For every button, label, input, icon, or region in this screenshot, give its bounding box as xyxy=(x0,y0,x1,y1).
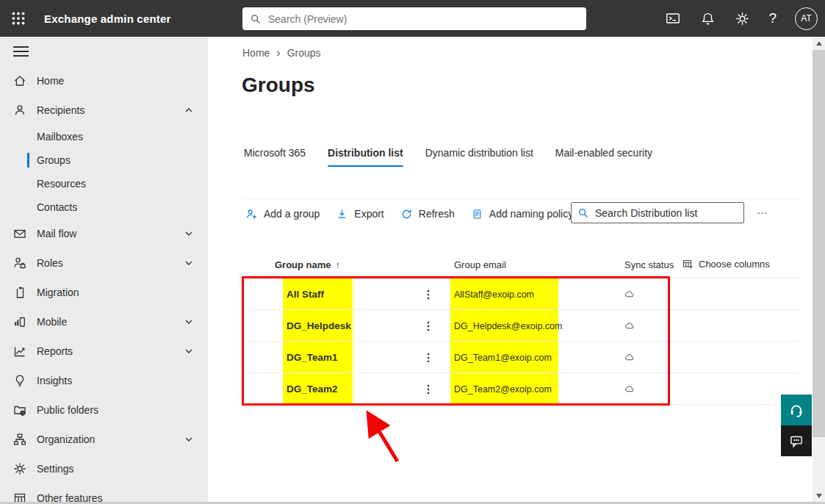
search-icon xyxy=(250,13,262,25)
add-person-icon xyxy=(245,208,258,220)
tab-dynamic-distribution-list[interactable]: Dynamic distribution list xyxy=(425,147,533,167)
sidebar-item-mail-flow[interactable]: Mail flow xyxy=(0,219,208,248)
group-name-cell: All Staff xyxy=(283,278,353,310)
nav-collapse-hamburger-icon[interactable] xyxy=(0,37,208,66)
table-row[interactable]: DG_Team2 DG_Team2@exoip.com xyxy=(208,373,813,405)
tab-distribution-list[interactable]: Distribution list xyxy=(328,147,403,167)
sidebar-item-label: Reports xyxy=(37,345,73,357)
choose-columns-icon xyxy=(682,258,693,270)
choose-columns-button[interactable]: Choose columns xyxy=(682,258,770,270)
app-launcher-waffle-icon[interactable] xyxy=(0,0,37,37)
add-group-button[interactable]: Add a group xyxy=(237,204,328,225)
row-actions-button[interactable] xyxy=(421,342,436,373)
sidebar-item-recipients[interactable]: Recipients xyxy=(0,96,208,125)
row-actions-button[interactable] xyxy=(421,373,436,405)
global-search-box[interactable] xyxy=(242,7,586,30)
add-naming-policy-label: Add naming policy xyxy=(489,208,573,220)
breadcrumb-home-link[interactable]: Home xyxy=(242,47,270,59)
cloud-sync-icon xyxy=(623,320,635,332)
sidebar-item-label: Migration xyxy=(37,287,79,298)
folder-globe-icon xyxy=(12,403,27,417)
sidebar-item-settings[interactable]: Settings xyxy=(0,454,208,483)
search-icon xyxy=(577,207,589,219)
vertical-scrollbar[interactable] xyxy=(813,37,825,502)
sidebar-item-reports[interactable]: Reports xyxy=(0,336,208,366)
export-button[interactable]: Export xyxy=(328,204,392,225)
distribution-list-search-input[interactable] xyxy=(595,207,738,219)
sidebar-item-roles[interactable]: Roles xyxy=(0,248,208,278)
refresh-button[interactable]: Refresh xyxy=(392,204,463,225)
sidebar-item-mobile[interactable]: Mobile xyxy=(0,307,208,336)
table-header-row: Group name↑ Group email Sync status Choo… xyxy=(208,253,813,278)
scrollbar-up-arrow[interactable] xyxy=(813,37,825,49)
sidebar-item-label: Home xyxy=(37,75,64,87)
tab-mail-enabled-security[interactable]: Mail-enabled security xyxy=(555,147,652,167)
vertical-ellipsis-icon xyxy=(423,289,433,300)
cloud-shell-terminal-icon[interactable] xyxy=(665,10,681,26)
notifications-bell-icon[interactable] xyxy=(699,10,716,26)
column-header-group-email[interactable]: Group email xyxy=(454,259,506,270)
settings-gear-icon[interactable] xyxy=(734,10,750,26)
group-email: AllStaff@exoip.com xyxy=(454,289,534,300)
cloud-sync-icon xyxy=(623,288,635,300)
app-title: Exchange admin center xyxy=(44,12,171,25)
feedback-button[interactable] xyxy=(781,425,812,456)
sort-ascending-icon: ↑ xyxy=(336,260,340,270)
table-row[interactable]: All Staff AllStaff@exoip.com xyxy=(208,278,813,310)
sidebar-item-label: Resources xyxy=(37,178,86,190)
sidebar-item-migration[interactable]: Migration xyxy=(0,278,208,307)
groups-tabs: Microsoft 365 Distribution list Dynamic … xyxy=(244,147,652,167)
column-header-group-name[interactable]: Group name↑ xyxy=(275,259,340,270)
headset-icon xyxy=(788,401,805,419)
main-content: Home › Groups Groups Microsoft 365 Distr… xyxy=(208,37,813,504)
group-email: DG_Team2@exoip.com xyxy=(454,384,552,395)
vertical-ellipsis-icon xyxy=(423,320,433,332)
sidebar-item-organization[interactable]: Organization xyxy=(0,425,208,454)
line-chart-icon xyxy=(12,344,27,359)
breadcrumb-current: Groups xyxy=(287,47,321,59)
row-actions-button[interactable] xyxy=(421,310,436,342)
sidebar-item-insights[interactable]: Insights xyxy=(0,366,208,395)
group-name: DG_Team2 xyxy=(287,384,338,395)
sidebar-item-groups[interactable]: Groups xyxy=(0,148,208,172)
breadcrumb: Home › Groups xyxy=(242,46,321,60)
gear-icon xyxy=(12,461,27,476)
export-download-icon xyxy=(336,208,348,220)
scrollbar-thumb[interactable] xyxy=(813,50,825,437)
sidebar-item-mailboxes[interactable]: Mailboxes xyxy=(0,125,208,148)
roles-person-icon xyxy=(12,256,27,270)
group-name-header-label: Group name xyxy=(275,259,331,270)
table-row[interactable]: DG_Helpdesk DG_Helpdesk@exoip.com xyxy=(208,310,813,342)
global-search-input[interactable] xyxy=(268,13,579,25)
distribution-list-search-box[interactable] xyxy=(571,202,744,223)
sidebar-item-public-folders[interactable]: Public folders xyxy=(0,395,208,425)
sidebar-item-resources[interactable]: Resources xyxy=(0,172,208,195)
add-naming-policy-button[interactable]: Add naming policy xyxy=(463,204,581,225)
sidebar-item-home[interactable]: Home xyxy=(0,66,208,96)
left-navigation: Home Recipients Mailboxes Groups Resourc… xyxy=(0,37,208,504)
sidebar-item-other-features[interactable]: Other features xyxy=(0,483,208,504)
table-row[interactable]: DG_Team1 DG_Team1@exoip.com xyxy=(208,342,813,373)
choose-columns-label: Choose columns xyxy=(699,259,770,270)
sidebar-item-label: Groups xyxy=(37,154,71,166)
scrollbar-down-arrow[interactable] xyxy=(813,489,825,502)
account-avatar[interactable]: AT xyxy=(795,7,818,30)
column-header-sync-status[interactable]: Sync status xyxy=(624,259,674,270)
chevron-up-icon xyxy=(184,105,194,115)
group-name-cell: DG_Helpdesk xyxy=(283,310,353,342)
row-actions-button[interactable] xyxy=(421,278,436,310)
envelope-icon xyxy=(12,226,27,241)
group-email-cell: AllStaff@exoip.com xyxy=(450,278,558,310)
group-name: DG_Team1 xyxy=(287,352,338,363)
export-label: Export xyxy=(354,208,383,220)
sidebar-item-contacts[interactable]: Contacts xyxy=(0,195,208,219)
org-chart-icon xyxy=(12,432,27,447)
more-actions-ellipsis[interactable]: … xyxy=(757,204,768,216)
support-headset-button[interactable] xyxy=(781,395,812,425)
migration-document-icon xyxy=(12,285,27,300)
group-email: DG_Helpdesk@exoip.com xyxy=(454,321,562,331)
sidebar-item-label: Mailboxes xyxy=(37,131,83,143)
help-icon[interactable]: ? xyxy=(768,10,777,26)
sidebar-item-label: Recipients xyxy=(37,104,84,116)
tab-microsoft-365[interactable]: Microsoft 365 xyxy=(244,147,306,167)
